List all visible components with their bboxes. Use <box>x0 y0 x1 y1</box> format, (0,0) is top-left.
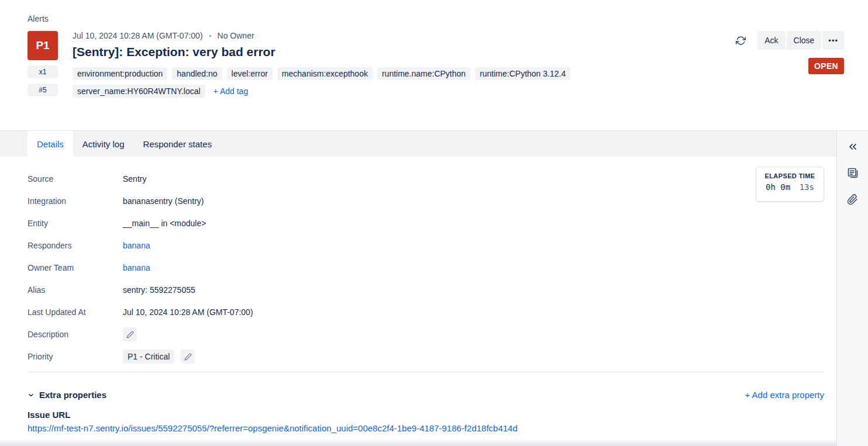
priority-chip: P1 - Critical <box>123 350 174 364</box>
right-sidebar <box>836 131 868 446</box>
collapse-sidebar-icon[interactable] <box>843 137 862 156</box>
field-label: Description <box>27 330 123 339</box>
tiny-id-chip: #5 <box>27 84 58 96</box>
extra-properties-toggle[interactable]: Extra properties <box>27 390 106 400</box>
tab-responder-states[interactable]: Responder states <box>134 131 222 157</box>
add-extra-property-button[interactable]: + Add extra property <box>745 390 825 400</box>
tag[interactable]: server_name:HY60R4WTNY.local <box>73 85 205 98</box>
field-label: Entity <box>27 219 123 228</box>
tab-bar: Details Activity log Responder states <box>0 131 836 157</box>
field-row-last-updated: Last Updated At Jul 10, 2024 10:28 AM (G… <box>27 305 824 319</box>
tag[interactable]: mechanism:excepthook <box>277 67 373 80</box>
elapsed-seconds: 13s <box>800 182 814 192</box>
field-value: __main__ in <module> <box>123 219 206 228</box>
alert-timestamp: Jul 10, 2024 10:28 AM (GMT-07:00) <box>73 31 203 40</box>
details-panel: ELAPSED TIME 0h 0m 13s Source Sentry Int… <box>0 157 836 446</box>
paperclip-icon[interactable] <box>843 190 862 209</box>
field-row-integration: Integration bananasentry (Sentry) <box>27 194 824 208</box>
priority-badge: P1 <box>27 31 58 60</box>
tab-activity-log[interactable]: Activity log <box>73 131 134 157</box>
edit-priority-button[interactable] <box>181 350 195 364</box>
field-row-entity: Entity __main__ in <module> <box>27 216 824 230</box>
field-label: Alias <box>27 285 123 295</box>
property-key: Issue URL <box>27 410 824 420</box>
field-value: Sentry <box>123 174 146 184</box>
close-button[interactable]: Close <box>787 31 822 50</box>
alert-header: Alerts P1 x1 #5 Jul 10, 2024 10:28 AM (G… <box>0 0 868 131</box>
elapsed-hours: 0h <box>766 182 776 192</box>
elapsed-minutes: 0m <box>780 182 790 192</box>
field-label: Responders <box>27 241 123 250</box>
tag[interactable]: runtime.name:CPython <box>377 67 470 80</box>
elapsed-time-title: ELAPSED TIME <box>756 172 824 179</box>
extra-property-item: Issue URL https://mf-test-n7.sentry.io/i… <box>27 410 824 433</box>
tag[interactable]: level:error <box>227 67 273 80</box>
alert-title: [Sentry]: Exception: very bad error <box>73 45 736 59</box>
more-actions-button[interactable]: ••• <box>822 31 844 50</box>
field-row-priority: Priority P1 - Critical <box>27 350 824 364</box>
field-value: sentry: 5592275055 <box>123 285 195 295</box>
tag[interactable]: runtime:CPython 3.12.4 <box>475 67 570 80</box>
extra-properties-title: Extra properties <box>39 390 106 400</box>
field-value: Jul 10, 2024 10:28 AM (GMT-07:00) <box>123 307 253 317</box>
refresh-icon[interactable] <box>736 36 746 46</box>
issue-url-link[interactable]: https://mf-test-n7.sentry.io/issues/5592… <box>27 423 518 433</box>
field-label: Source <box>27 174 123 184</box>
tag-list: environment:production handled:no level:… <box>73 67 657 98</box>
field-label: Integration <box>27 196 123 206</box>
alert-owner: No Owner <box>218 31 254 40</box>
tag[interactable]: environment:production <box>73 67 167 80</box>
section-divider <box>27 372 824 372</box>
field-row-description: Description <box>27 327 824 341</box>
pencil-icon <box>184 353 192 361</box>
elapsed-time-value: 0h 0m 13s <box>756 182 824 192</box>
field-label: Last Updated At <box>27 307 123 317</box>
breadcrumb[interactable]: Alerts <box>27 14 844 23</box>
add-tag-button[interactable]: + Add tag <box>210 85 252 98</box>
field-row-responders: Responders banana <box>27 238 824 253</box>
dot-separator <box>209 35 211 37</box>
status-badge: OPEN <box>808 58 844 74</box>
field-label: Owner Team <box>27 263 123 272</box>
owner-team-link[interactable]: banana <box>123 263 150 272</box>
tab-details[interactable]: Details <box>27 131 73 157</box>
field-row-owner-team: Owner Team banana <box>27 261 824 275</box>
field-row-source: Source Sentry <box>27 172 824 186</box>
notes-icon[interactable] <box>843 164 862 182</box>
elapsed-time-card: ELAPSED TIME 0h 0m 13s <box>756 167 824 202</box>
field-row-alias: Alias sentry: 5592275055 <box>27 283 824 297</box>
tag[interactable]: handled:no <box>172 67 222 80</box>
ack-button[interactable]: Ack <box>757 31 785 50</box>
pencil-icon <box>126 331 134 338</box>
alert-count-chip: x1 <box>27 65 58 78</box>
chevron-down-icon <box>27 392 35 399</box>
responder-link[interactable]: banana <box>123 241 150 250</box>
field-label: Priority <box>27 352 123 361</box>
field-value: bananasentry (Sentry) <box>123 196 204 206</box>
edit-description-button[interactable] <box>123 327 137 341</box>
